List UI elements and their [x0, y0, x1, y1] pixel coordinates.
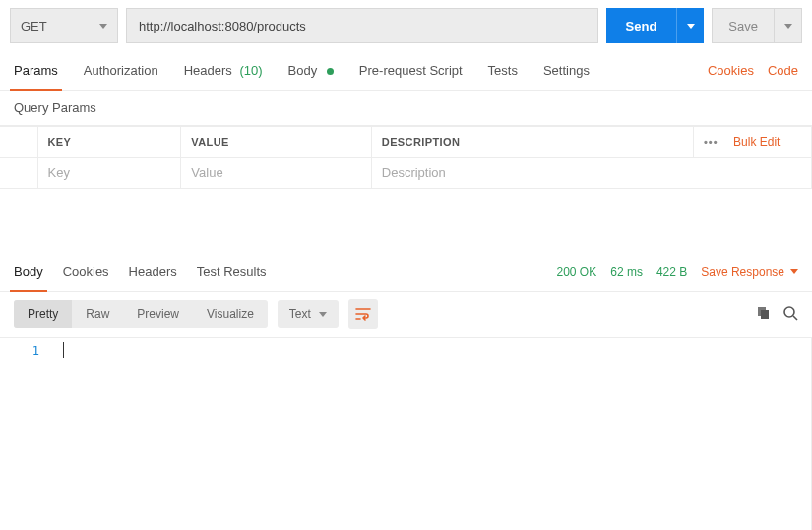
tab-response-body[interactable]: Body [14, 252, 43, 291]
value-cell[interactable]: Value [181, 158, 371, 189]
raw-button[interactable]: Raw [72, 300, 123, 328]
col-key: KEY [37, 127, 181, 158]
chevron-down-icon [99, 24, 107, 29]
response-tabs: Body Cookies Headers Test Results 200 OK… [0, 252, 812, 292]
visualize-button[interactable]: Visualize [193, 300, 268, 328]
svg-line-3 [793, 316, 797, 320]
editor-content[interactable] [49, 338, 812, 530]
key-cell[interactable]: Key [37, 158, 181, 189]
tab-tests[interactable]: Tests [488, 51, 518, 90]
save-response-button[interactable]: Save Response [701, 265, 798, 279]
save-response-label: Save Response [701, 265, 784, 279]
request-bar: GET Send Save [0, 0, 812, 51]
headers-count: (10) [239, 63, 262, 78]
preview-button[interactable]: Preview [123, 300, 193, 328]
search-icon[interactable] [782, 305, 798, 324]
line-gutter: 1 [0, 338, 49, 530]
svg-point-2 [784, 307, 794, 317]
cookies-link[interactable]: Cookies [708, 63, 754, 78]
line-number: 1 [0, 344, 39, 358]
send-button[interactable]: Send [606, 8, 677, 43]
copy-icon[interactable] [756, 305, 771, 323]
svg-rect-1 [761, 310, 769, 319]
chevron-down-icon [784, 24, 792, 29]
tab-prerequest[interactable]: Pre-request Script [359, 51, 463, 90]
format-label: Text [289, 307, 311, 321]
request-tabs: Params Authorization Headers (10) Body P… [0, 51, 812, 91]
tab-settings[interactable]: Settings [543, 51, 590, 90]
view-mode-group: Pretty Raw Preview Visualize [14, 300, 268, 328]
tab-response-cookies[interactable]: Cookies [63, 252, 109, 291]
method-label: GET [21, 19, 47, 33]
tab-headers[interactable]: Headers (10) [184, 51, 263, 90]
save-dropdown-button[interactable] [775, 8, 802, 43]
chevron-down-icon [687, 24, 695, 29]
chevron-down-icon [790, 269, 798, 274]
wrap-lines-button[interactable] [348, 299, 378, 329]
method-select[interactable]: GET [10, 8, 118, 43]
tab-body[interactable]: Body [288, 51, 334, 90]
body-indicator-icon [327, 68, 334, 75]
query-params-table: KEY VALUE DESCRIPTION ••• Bulk Edit Key … [0, 126, 812, 189]
tab-params[interactable]: Params [14, 51, 58, 90]
tab-body-label: Body [288, 63, 318, 78]
response-time: 62 ms [610, 265, 643, 279]
tab-headers-label: Headers [184, 63, 232, 78]
table-row: Key Value Description [0, 158, 812, 189]
pretty-button[interactable]: Pretty [14, 300, 72, 328]
more-icon[interactable]: ••• [704, 136, 718, 148]
response-editor[interactable]: 1 [0, 337, 812, 530]
query-params-title: Query Params [0, 91, 812, 126]
tab-response-headers[interactable]: Headers [129, 252, 177, 291]
cursor-icon [63, 342, 64, 358]
url-input[interactable] [126, 8, 598, 43]
code-link[interactable]: Code [768, 63, 798, 78]
save-button[interactable]: Save [712, 8, 775, 43]
tab-response-testresults[interactable]: Test Results [197, 252, 267, 291]
col-value: VALUE [181, 127, 371, 158]
tab-authorization[interactable]: Authorization [84, 51, 158, 90]
send-dropdown-button[interactable] [676, 8, 704, 43]
col-description: DESCRIPTION [371, 127, 693, 158]
status-code: 200 OK [557, 265, 597, 279]
response-size: 422 B [656, 265, 687, 279]
format-select[interactable]: Text [278, 300, 339, 328]
wrap-icon [355, 307, 371, 321]
description-cell[interactable]: Description [371, 158, 811, 189]
response-toolbar: Pretty Raw Preview Visualize Text [0, 292, 812, 337]
chevron-down-icon [319, 312, 327, 317]
bulk-edit-link[interactable]: Bulk Edit [733, 135, 780, 149]
